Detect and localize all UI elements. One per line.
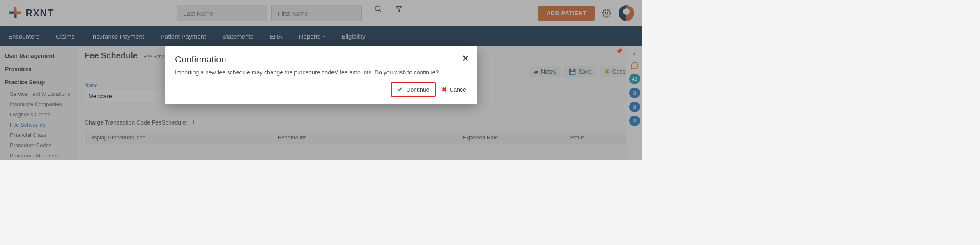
continue-button[interactable]: ✔ Continue — [391, 82, 436, 97]
modal-body: Importing a new fee schedule may change … — [175, 69, 467, 76]
modal-title: Confirmation — [175, 54, 467, 65]
modal-cancel-button[interactable]: ✖ Cancel — [442, 86, 467, 93]
check-icon: ✔ — [398, 86, 403, 93]
modal-cancel-label: Cancel — [449, 86, 467, 93]
modal-close-icon[interactable]: ✕ — [462, 53, 469, 63]
x-icon: ✖ — [442, 86, 447, 93]
confirmation-modal: Confirmation ✕ Importing a new fee sched… — [165, 46, 477, 104]
continue-label: Continue — [406, 86, 429, 93]
